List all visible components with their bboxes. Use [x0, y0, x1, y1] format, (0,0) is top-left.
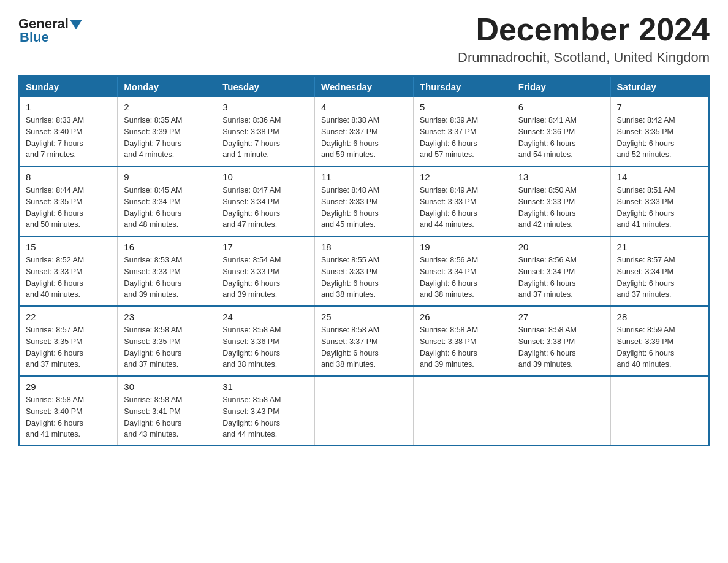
calendar-cell: 14Sunrise: 8:51 AMSunset: 3:33 PMDayligh…	[610, 166, 709, 236]
calendar-cell: 3Sunrise: 8:36 AMSunset: 3:38 PMDaylight…	[216, 97, 315, 166]
week-row-2: 8Sunrise: 8:44 AMSunset: 3:35 PMDaylight…	[19, 166, 709, 236]
week-row-1: 1Sunrise: 8:33 AMSunset: 3:40 PMDaylight…	[19, 97, 709, 166]
day-number: 18	[321, 242, 407, 252]
day-info: Sunrise: 8:57 AMSunset: 3:35 PMDaylight:…	[26, 324, 111, 370]
day-number: 25	[321, 312, 407, 322]
day-number: 14	[617, 172, 702, 182]
header-saturday: Saturday	[610, 76, 709, 97]
calendar-cell: 11Sunrise: 8:48 AMSunset: 3:33 PMDayligh…	[315, 166, 414, 236]
day-number: 4	[321, 102, 407, 112]
day-info: Sunrise: 8:39 AMSunset: 3:37 PMDaylight:…	[420, 115, 506, 161]
day-number: 16	[124, 242, 210, 252]
calendar-cell: 13Sunrise: 8:50 AMSunset: 3:33 PMDayligh…	[512, 166, 610, 236]
calendar-cell: 10Sunrise: 8:47 AMSunset: 3:34 PMDayligh…	[216, 166, 315, 236]
calendar-cell: 29Sunrise: 8:58 AMSunset: 3:40 PMDayligh…	[19, 376, 118, 446]
calendar-title: December 2024	[458, 12, 710, 47]
calendar-cell: 2Sunrise: 8:35 AMSunset: 3:39 PMDaylight…	[118, 97, 216, 166]
day-number: 31	[222, 381, 308, 392]
calendar-cell: 16Sunrise: 8:53 AMSunset: 3:33 PMDayligh…	[118, 236, 216, 306]
day-info: Sunrise: 8:35 AMSunset: 3:39 PMDaylight:…	[124, 115, 210, 161]
calendar-cell: 21Sunrise: 8:57 AMSunset: 3:34 PMDayligh…	[610, 236, 709, 306]
day-number: 5	[420, 102, 506, 112]
day-number: 3	[222, 102, 308, 112]
day-info: Sunrise: 8:41 AMSunset: 3:36 PMDaylight:…	[518, 115, 604, 161]
day-number: 28	[617, 312, 702, 322]
day-number: 27	[518, 312, 604, 322]
day-number: 23	[124, 312, 210, 322]
day-info: Sunrise: 8:56 AMSunset: 3:34 PMDaylight:…	[420, 255, 506, 301]
day-number: 22	[26, 312, 111, 322]
calendar-subtitle: Drumnadrochit, Scotland, United Kingdom	[458, 50, 710, 66]
day-number: 19	[420, 242, 506, 252]
day-info: Sunrise: 8:54 AMSunset: 3:33 PMDaylight:…	[222, 255, 308, 301]
week-row-3: 15Sunrise: 8:52 AMSunset: 3:33 PMDayligh…	[19, 236, 709, 306]
calendar-table: SundayMondayTuesdayWednesdayThursdayFrid…	[18, 75, 710, 446]
header-row: SundayMondayTuesdayWednesdayThursdayFrid…	[19, 76, 709, 97]
day-number: 17	[222, 242, 308, 252]
day-number: 20	[518, 242, 604, 252]
day-number: 10	[222, 172, 308, 182]
day-info: Sunrise: 8:58 AMSunset: 3:41 PMDaylight:…	[124, 394, 210, 440]
calendar-cell: 25Sunrise: 8:58 AMSunset: 3:37 PMDayligh…	[315, 306, 414, 376]
day-info: Sunrise: 8:33 AMSunset: 3:40 PMDaylight:…	[26, 115, 111, 161]
calendar-body: 1Sunrise: 8:33 AMSunset: 3:40 PMDaylight…	[19, 97, 709, 446]
calendar-cell	[413, 376, 512, 446]
calendar-cell: 18Sunrise: 8:55 AMSunset: 3:33 PMDayligh…	[315, 236, 414, 306]
day-info: Sunrise: 8:58 AMSunset: 3:40 PMDaylight:…	[26, 394, 111, 440]
day-info: Sunrise: 8:52 AMSunset: 3:33 PMDaylight:…	[26, 255, 111, 301]
calendar-cell: 17Sunrise: 8:54 AMSunset: 3:33 PMDayligh…	[216, 236, 315, 306]
day-number: 13	[518, 172, 604, 182]
day-info: Sunrise: 8:47 AMSunset: 3:34 PMDaylight:…	[222, 185, 308, 231]
day-number: 26	[420, 312, 506, 322]
logo-blue-text: Blue	[20, 29, 49, 45]
day-info: Sunrise: 8:45 AMSunset: 3:34 PMDaylight:…	[124, 185, 210, 231]
day-info: Sunrise: 8:55 AMSunset: 3:33 PMDaylight:…	[321, 255, 407, 301]
header-friday: Friday	[512, 76, 610, 97]
day-info: Sunrise: 8:58 AMSunset: 3:35 PMDaylight:…	[124, 324, 210, 370]
calendar-cell: 27Sunrise: 8:58 AMSunset: 3:38 PMDayligh…	[512, 306, 610, 376]
header-wednesday: Wednesday	[315, 76, 414, 97]
day-info: Sunrise: 8:36 AMSunset: 3:38 PMDaylight:…	[222, 115, 308, 161]
calendar-cell: 28Sunrise: 8:59 AMSunset: 3:39 PMDayligh…	[610, 306, 709, 376]
day-info: Sunrise: 8:58 AMSunset: 3:36 PMDaylight:…	[222, 324, 308, 370]
day-info: Sunrise: 8:42 AMSunset: 3:35 PMDaylight:…	[617, 115, 702, 161]
header-monday: Monday	[118, 76, 216, 97]
week-row-4: 22Sunrise: 8:57 AMSunset: 3:35 PMDayligh…	[19, 306, 709, 376]
day-info: Sunrise: 8:58 AMSunset: 3:38 PMDaylight:…	[420, 324, 506, 370]
calendar-cell: 24Sunrise: 8:58 AMSunset: 3:36 PMDayligh…	[216, 306, 315, 376]
week-row-5: 29Sunrise: 8:58 AMSunset: 3:40 PMDayligh…	[19, 376, 709, 446]
calendar-cell: 8Sunrise: 8:44 AMSunset: 3:35 PMDaylight…	[19, 166, 118, 236]
day-info: Sunrise: 8:49 AMSunset: 3:33 PMDaylight:…	[420, 185, 506, 231]
calendar-cell: 23Sunrise: 8:58 AMSunset: 3:35 PMDayligh…	[118, 306, 216, 376]
day-number: 2	[124, 102, 210, 112]
day-info: Sunrise: 8:44 AMSunset: 3:35 PMDaylight:…	[26, 185, 111, 231]
day-number: 1	[26, 102, 111, 112]
day-number: 11	[321, 172, 407, 182]
page-header: General Blue December 2024 Drumnadrochit…	[18, 12, 710, 66]
calendar-cell: 22Sunrise: 8:57 AMSunset: 3:35 PMDayligh…	[19, 306, 118, 376]
day-number: 21	[617, 242, 702, 252]
day-number: 7	[617, 102, 702, 112]
calendar-cell: 12Sunrise: 8:49 AMSunset: 3:33 PMDayligh…	[413, 166, 512, 236]
day-info: Sunrise: 8:59 AMSunset: 3:39 PMDaylight:…	[617, 324, 702, 370]
day-number: 6	[518, 102, 604, 112]
calendar-cell: 5Sunrise: 8:39 AMSunset: 3:37 PMDaylight…	[413, 97, 512, 166]
day-info: Sunrise: 8:51 AMSunset: 3:33 PMDaylight:…	[617, 185, 702, 231]
calendar-cell: 9Sunrise: 8:45 AMSunset: 3:34 PMDaylight…	[118, 166, 216, 236]
day-number: 29	[26, 381, 111, 392]
calendar-cell: 26Sunrise: 8:58 AMSunset: 3:38 PMDayligh…	[413, 306, 512, 376]
calendar-cell	[512, 376, 610, 446]
calendar-cell: 1Sunrise: 8:33 AMSunset: 3:40 PMDaylight…	[19, 97, 118, 166]
day-number: 9	[124, 172, 210, 182]
day-number: 24	[222, 312, 308, 322]
day-number: 30	[124, 381, 210, 392]
calendar-cell: 19Sunrise: 8:56 AMSunset: 3:34 PMDayligh…	[413, 236, 512, 306]
day-number: 12	[420, 172, 506, 182]
header-tuesday: Tuesday	[216, 76, 315, 97]
logo: General Blue	[18, 16, 82, 45]
logo-triangle-icon	[70, 20, 82, 29]
calendar-cell: 31Sunrise: 8:58 AMSunset: 3:43 PMDayligh…	[216, 376, 315, 446]
day-number: 15	[26, 242, 111, 252]
calendar-cell: 30Sunrise: 8:58 AMSunset: 3:41 PMDayligh…	[118, 376, 216, 446]
day-info: Sunrise: 8:50 AMSunset: 3:33 PMDaylight:…	[518, 185, 604, 231]
